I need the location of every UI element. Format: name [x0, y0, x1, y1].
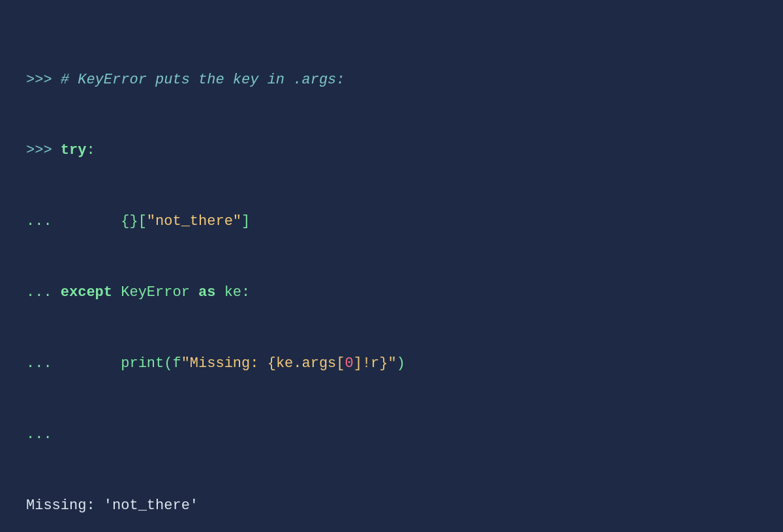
line-5: ... print(f"Missing: {ke.args[0]!r}") [26, 352, 757, 376]
line-7: Missing: 'not_there' [26, 494, 757, 518]
line-2: >>> try: [26, 139, 757, 162]
line-1: >>> # KeyError puts the key in .args: [26, 68, 757, 92]
line-4: ... except KeyError as ke: [26, 281, 757, 304]
code-container: >>> # KeyError puts the key in .args: >>… [0, 0, 783, 532]
line-6: ... [26, 423, 757, 447]
code-block: >>> # KeyError puts the key in .args: >>… [26, 21, 757, 532]
line-3: ... {}["not_there"] [26, 210, 757, 233]
